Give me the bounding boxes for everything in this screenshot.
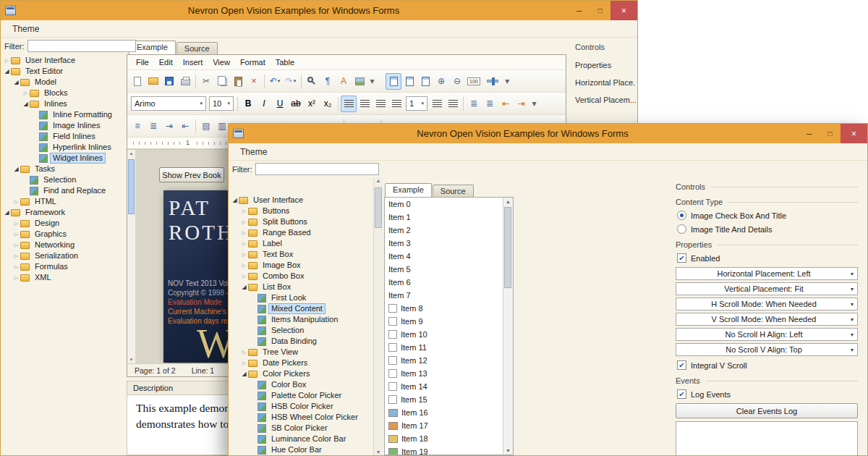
front-tab-source[interactable]: Source [433, 185, 474, 197]
tree-item-formulas[interactable]: ▷Formulas [1, 261, 127, 272]
print-button[interactable] [177, 73, 193, 90]
collapsed-arrow-icon[interactable]: ▷ [12, 264, 20, 270]
underline-button[interactable]: U [272, 96, 288, 112]
dropdown-arrow-icon[interactable]: ▾ [851, 286, 854, 292]
list-item-item-17[interactable]: Item 17 [385, 419, 503, 432]
editor-menu-table[interactable]: Table [271, 56, 299, 68]
expanded-arrow-icon[interactable]: ◢ [12, 79, 20, 85]
list-scrollbar[interactable]: ▲ ▼ [503, 198, 513, 455]
editor-menu-edit[interactable]: Edit [154, 56, 178, 68]
item-checkbox-icon[interactable] [388, 356, 397, 365]
list-item-item-11[interactable]: Item 11 [385, 341, 503, 354]
dropdown-arrow-icon[interactable]: ▾ [278, 78, 281, 84]
font-size-combo[interactable]: 10▾ [209, 96, 234, 111]
scroll-down-icon[interactable]: ▼ [127, 358, 135, 362]
collapsed-arrow-icon[interactable]: ▷ [240, 252, 248, 258]
checkbox-log-events[interactable]: ✔Log Events [677, 389, 858, 399]
collapsed-arrow-icon[interactable]: ▷ [240, 360, 248, 366]
space-before-button[interactable] [429, 96, 445, 112]
tree-item-combo-box[interactable]: ▷Combo Box [229, 271, 383, 282]
tree-item-date-pickers[interactable]: ▷Date Pickers [229, 358, 383, 368]
collapsed-arrow-icon[interactable]: ▷ [12, 232, 20, 237]
button-clear-events-log[interactable]: Clear Events Log [676, 403, 858, 418]
tree-item-color-box[interactable]: Color Box [229, 379, 383, 390]
bold-button[interactable]: B [240, 96, 256, 112]
maximize-button[interactable]: □ [590, 1, 610, 20]
zoom-in-button[interactable]: ⊕ [433, 73, 449, 90]
radio-image-check-box-and-title[interactable]: Image Check Box And Title [677, 211, 858, 220]
view-overflow-button[interactable]: ▾ [503, 73, 512, 90]
paste-button[interactable] [230, 73, 246, 90]
list-item-item-10[interactable]: Item 10 [385, 328, 503, 341]
font-name-combo[interactable]: Arimo▾ [131, 96, 206, 111]
expanded-arrow-icon[interactable]: ◢ [22, 101, 30, 107]
list-item-item-1[interactable]: Item 1 [385, 211, 503, 224]
tree-item-first-look[interactable]: First Look [229, 292, 383, 303]
tree-item-split-buttons[interactable]: ▷Split Buttons [229, 216, 383, 227]
tree-item-color-pickers[interactable]: ◢Color Pickers [229, 368, 383, 379]
dropdown-arrow-icon[interactable]: ▾ [851, 316, 854, 323]
collapsed-arrow-icon[interactable]: ▷ [240, 219, 248, 225]
collapsed-arrow-icon[interactable]: ▷ [240, 350, 248, 355]
first-line-indent-button[interactable]: ≡ [129, 118, 145, 135]
events-log-box[interactable] [676, 421, 858, 455]
tree-item-sb-color-picker[interactable]: SB Color Picker [229, 423, 383, 434]
ruler-toggle-button[interactable] [482, 73, 503, 90]
border-outer-button[interactable]: ▤ [198, 118, 214, 135]
front-titlebar[interactable]: Nevron Open Vision Examples for Windows … [229, 124, 867, 143]
editor-menu-insert[interactable]: Insert [178, 56, 208, 68]
scroll-up-icon[interactable]: ▲ [127, 151, 135, 156]
collapsed-arrow-icon[interactable]: ▷ [12, 242, 20, 248]
maximize-button[interactable]: □ [820, 124, 841, 143]
menu-theme[interactable]: Theme [7, 22, 45, 36]
tree-item-find-and-replace[interactable]: Find and Replace [1, 185, 127, 196]
list-item-item-13[interactable]: Item 13 [385, 367, 503, 380]
tree-item-xml[interactable]: ▷XML [1, 272, 127, 283]
tree-item-networking[interactable]: ▷Networking [1, 240, 127, 250]
list-item-item-5[interactable]: Item 5 [385, 263, 503, 276]
back-tab-source[interactable]: Source [176, 42, 218, 54]
tree-item-data-binding[interactable]: Data Binding [229, 336, 383, 347]
list-item-item-19[interactable]: Item 19 [385, 445, 503, 455]
back-tab-example[interactable]: Example [129, 41, 176, 54]
back-titlebar[interactable]: Nevron Open Vision Examples for Windows … [1, 1, 637, 20]
collapsed-arrow-icon[interactable]: ▷ [240, 274, 248, 279]
list-item-item-9[interactable]: Item 9 [385, 315, 503, 328]
item-checkbox-icon[interactable] [388, 369, 397, 378]
expanded-arrow-icon[interactable]: ◢ [3, 68, 11, 75]
filter-input[interactable] [255, 163, 380, 175]
align-right-button[interactable] [373, 96, 388, 112]
editor-menu-view[interactable]: View [208, 56, 235, 68]
collapsed-arrow-icon[interactable]: ▷ [240, 230, 248, 236]
collapsed-arrow-icon[interactable]: ▷ [12, 199, 20, 205]
align-left-button[interactable] [341, 96, 357, 112]
list-item-item-12[interactable]: Item 12 [385, 354, 503, 367]
tree-item-framework[interactable]: ◢Framework [1, 207, 127, 218]
item-checkbox-icon[interactable] [388, 330, 397, 339]
list-item-item-6[interactable]: Item 6 [385, 276, 503, 289]
list-item-item-14[interactable]: Item 14 [385, 380, 503, 393]
open-file-button[interactable] [145, 73, 161, 90]
new-document-button[interactable] [129, 73, 145, 90]
print-layout-button[interactable] [386, 73, 401, 90]
close-button[interactable]: × [610, 1, 637, 20]
tree-item-text-box[interactable]: ▷Text Box [229, 249, 383, 260]
tree-item-items-manipulation[interactable]: Items Manipulation [229, 314, 383, 325]
tree-item-image-box[interactable]: ▷Image Box [229, 260, 383, 271]
expanded-arrow-icon[interactable]: ◢ [3, 209, 11, 216]
dropdown-arrow-icon[interactable]: ▾ [200, 101, 203, 106]
editor-menu-file[interactable]: File [131, 56, 154, 68]
find-button[interactable] [304, 73, 320, 90]
tree-item-user-interface[interactable]: ▷User Interface [1, 55, 127, 66]
checkbox-checked-icon[interactable]: ✔ [677, 253, 686, 263]
item-checkbox-icon[interactable] [388, 395, 397, 404]
collapsed-arrow-icon[interactable]: ▷ [12, 221, 20, 227]
zoom-out-button[interactable]: ⊖ [449, 73, 465, 90]
tree-item-hsb-color-picker[interactable]: HSB Color Picker [229, 401, 383, 412]
tree-scrollbar[interactable]: ▲ ▼ [373, 177, 383, 455]
redo-button[interactable]: ↷▾ [283, 73, 299, 90]
save-button[interactable] [161, 73, 177, 90]
subscript-button[interactable]: x₂ [320, 96, 336, 112]
collapsed-arrow-icon[interactable]: ▷ [12, 275, 20, 281]
scroll-up-icon[interactable]: ▲ [503, 199, 513, 204]
